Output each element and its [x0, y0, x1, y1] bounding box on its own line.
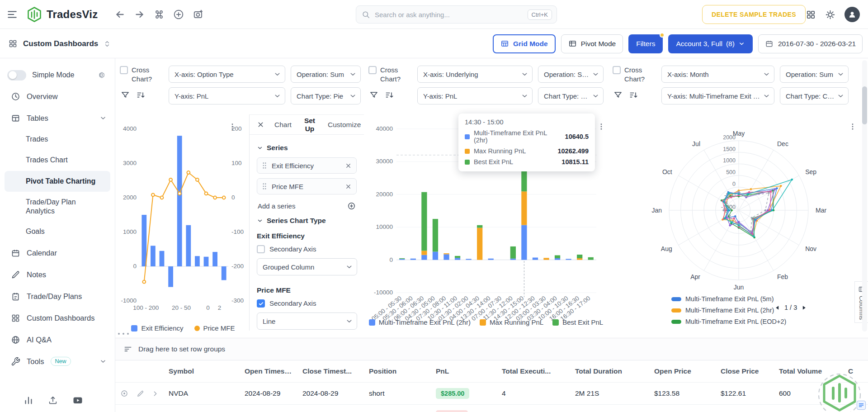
cross-chart-checkbox-1[interactable]: Cross Chart?	[120, 66, 164, 83]
y-axis-select-1[interactable]: Y-axis: PnL	[169, 87, 285, 104]
search-input[interactable]	[375, 11, 523, 19]
legend-item[interactable]: Max Running PnL	[480, 318, 543, 326]
legend-item[interactable]: Multi-Timeframe Exit PnL (2hr)	[369, 318, 471, 326]
scrollbar-thumb[interactable]	[862, 86, 867, 124]
operation-select-3[interactable]: Operation: Sum	[780, 66, 849, 83]
legend-item[interactable]: Multi-Timeframe Exit PnL (2hr)	[671, 307, 786, 314]
add-widget-button[interactable]	[173, 9, 184, 20]
expand-row-icon[interactable]	[147, 390, 163, 398]
screenshot-button[interactable]	[193, 9, 204, 20]
sidebar-item-tools[interactable]: Tools New	[0, 350, 115, 372]
simple-mode-toggle[interactable]	[7, 70, 26, 81]
user-avatar[interactable]	[844, 7, 860, 22]
edit-icon[interactable]	[133, 390, 147, 398]
table-row[interactable]: DCIX 2018-10-29 2018-10-29 long -$10.00 …	[115, 405, 868, 412]
chart-type-select-3[interactable]: Chart Type: Colu	[780, 87, 849, 104]
remove-series-icon[interactable]	[345, 162, 352, 169]
grid-mode-button[interactable]: Grid Mode	[493, 34, 556, 53]
global-search[interactable]: Ctrl+K	[356, 5, 557, 24]
table-row[interactable]: NVDA 2024-08-29 2024-08-29 short $285.00…	[115, 383, 868, 405]
legend-item[interactable]: Multi-Timeframe Exit PnL (EOD+2)	[671, 318, 786, 325]
prev-page-icon[interactable]	[774, 305, 780, 311]
column-header-pnl[interactable]: PnL	[430, 367, 496, 375]
secondary-axis-checkbox-2[interactable]: Secondary Axis	[257, 299, 357, 308]
vertical-scrollbar[interactable]	[862, 60, 867, 331]
column-header-total-volume[interactable]: Total Volume	[774, 367, 843, 375]
app-logo[interactable]: TradesViz	[26, 0, 98, 29]
stats-button[interactable]	[24, 395, 33, 405]
close-icon[interactable]	[254, 118, 267, 131]
sidebar-item-notes[interactable]: Notes	[0, 264, 115, 285]
widget-menu-icon[interactable]	[847, 121, 859, 133]
dashboard-switcher-button[interactable]	[104, 40, 111, 48]
sort-icon[interactable]	[136, 90, 145, 99]
column-header-clipped[interactable]: C	[843, 367, 863, 375]
column-header-close-price[interactable]: Close Price	[715, 367, 774, 375]
back-button[interactable]	[114, 9, 126, 20]
sidebar-item-overview[interactable]: Overview	[0, 85, 115, 107]
cross-chart-checkbox-2[interactable]: Cross Chart?	[368, 66, 413, 83]
x-axis-select-2[interactable]: X-axis: Underlying	[417, 66, 533, 83]
sidebar-item-tables[interactable]: Tables	[0, 107, 115, 129]
operation-select-1[interactable]: Operation: Sum	[291, 66, 361, 83]
sidebar-item-pivot-table-charting[interactable]: Pivot Table Charting	[5, 171, 110, 192]
sort-icon[interactable]	[629, 90, 638, 99]
panel-resize-handle[interactable]	[117, 332, 130, 336]
row-group-dropzone[interactable]: Drag here to set row groups	[115, 338, 868, 360]
grid-corner-icon[interactable]	[856, 400, 866, 410]
x-axis-select-1[interactable]: X-axis: Option Type	[169, 66, 285, 83]
column-header-position[interactable]: Position	[363, 367, 430, 375]
secondary-axis-checkbox-1[interactable]: Secondary Axis	[257, 245, 357, 253]
tab-customize[interactable]: Customize	[322, 115, 366, 135]
sidebar-item-trade-day-plans[interactable]: Trade/Day Plans	[0, 285, 115, 307]
filter-icon[interactable]	[121, 90, 130, 99]
sidebar-item-trade-day-plan-analytics[interactable]: Trade/Day Plan Analytics	[0, 192, 115, 221]
operation-select-2[interactable]: Operation: Sum	[538, 66, 604, 83]
upload-button[interactable]	[48, 395, 58, 405]
filters-button[interactable]: Filters	[628, 34, 663, 53]
series-chip-price-mfe[interactable]: Price MFE	[257, 178, 357, 194]
y-axis-select-2[interactable]: Y-axis: PnL	[417, 87, 533, 104]
legend-item[interactable]: Price MFE	[194, 324, 235, 332]
date-range-button[interactable]: 2016-07-30 - 2026-03-21	[758, 34, 863, 53]
sidebar-item-goals[interactable]: Goals	[0, 221, 115, 242]
account-selector-button[interactable]: Account 3, Full (8)	[668, 34, 752, 53]
series-section-header[interactable]: Series	[257, 144, 357, 152]
pivot-mode-button[interactable]: Pivot Mode	[561, 34, 623, 53]
y-axis-select-3[interactable]: Y-axis: Multi-Timeframe Exit PnL	[661, 87, 774, 104]
series-chart-type-select-2[interactable]: Line	[257, 313, 357, 330]
remove-series-icon[interactable]	[345, 183, 352, 190]
sidebar-item-trades[interactable]: Trades	[0, 129, 115, 150]
column-header-open-price[interactable]: Open Price	[649, 367, 715, 375]
gear-icon[interactable]	[97, 71, 106, 80]
cross-chart-checkbox-3[interactable]: Cross Chart?	[613, 66, 657, 83]
youtube-button[interactable]	[72, 395, 83, 406]
column-header-total-duration[interactable]: Total Duration	[570, 367, 649, 375]
drag-handle-icon[interactable]	[262, 162, 267, 169]
series-chart-type-select-1[interactable]: Grouped Column	[257, 258, 357, 275]
filter-icon[interactable]	[613, 90, 623, 99]
legend-item[interactable]: Multi-Timeframe Exit PnL (5m)	[671, 295, 786, 303]
chart-type-select-1[interactable]: Chart Type: Pie	[291, 87, 361, 104]
tab-set-up[interactable]: Set Up	[299, 115, 321, 135]
drag-handle-icon[interactable]	[262, 183, 267, 190]
chart-type-select-2[interactable]: Chart Type: Bar	[538, 87, 604, 104]
apps-grid-button[interactable]	[806, 9, 816, 20]
hamburger-menu-button[interactable]	[6, 9, 18, 20]
column-header-symbol[interactable]: Symbol	[163, 367, 239, 375]
column-header-total-executions[interactable]: Total Executi...	[496, 367, 570, 375]
sort-icon[interactable]	[385, 90, 394, 99]
column-header-open-timestamp[interactable]: Open Timest...	[239, 367, 297, 375]
legend-item[interactable]: Exit Efficiency	[131, 324, 183, 332]
legend-item[interactable]: Best Exit PnL	[552, 318, 603, 326]
series-chip-exit-efficiency[interactable]: Exit Efficiency	[257, 157, 357, 174]
sidebar-item-ai-qa[interactable]: AI Q&A	[0, 329, 115, 350]
shortcuts-button[interactable]	[154, 9, 165, 20]
filter-icon[interactable]	[369, 90, 378, 99]
series-chart-type-header[interactable]: Series Chart Type	[257, 217, 357, 225]
delete-sample-trades-button[interactable]: DELETE SAMPLE TRADES	[702, 5, 806, 24]
column-header-close-timestamp[interactable]: Close Timest...	[297, 367, 363, 375]
sidebar-item-calendar[interactable]: Calendar	[0, 242, 115, 264]
trade-status-icon[interactable]	[115, 389, 133, 398]
sidebar-item-custom-dashboards[interactable]: Custom Dashboards	[0, 307, 115, 329]
